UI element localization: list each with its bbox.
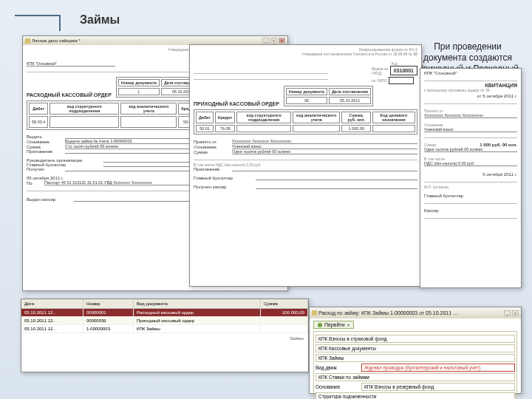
org-name: КПК "Основной" [27, 61, 115, 66]
close-button[interactable]: × [279, 38, 285, 44]
kvit-osn-val: Членский взнос [424, 127, 517, 132]
col-doc-number: Номер документа [286, 88, 327, 95]
journal-window: Дата Номер Вид документа Сумма 05.10.201… [21, 299, 309, 372]
lbl-okpo: по ОКПО [372, 78, 387, 83]
navigate-label: Перейти [324, 322, 345, 327]
kvit-from-val: Ххххххххх Хххххххх Хххххххххх [424, 113, 517, 118]
journal-row[interactable]: 05.10.2011 12… 00000001 Расходный кассов… [21, 309, 308, 317]
col-analytic: код аналитического учета [120, 103, 177, 115]
col-debit: Дебет [29, 103, 48, 115]
col-doc-date: Дата составления [329, 88, 371, 95]
val-doc-date: 05.10.2011 [329, 97, 371, 104]
decor-line [15, 15, 59, 16]
lbl-poluchil: Получил [27, 167, 62, 171]
col-sum[interactable]: Сумма [261, 299, 308, 308]
dialog-title: Расход по займу: КПК Займы 1-00000003 от… [318, 310, 502, 316]
window-title: Личное дело пайщика * [32, 38, 261, 43]
lbl-vydal: Выдал кассир [27, 197, 71, 202]
val-prinyato: Ххххххххх Хххххххх Хххххххххх [232, 139, 417, 144]
col-date[interactable]: Дата [21, 299, 83, 308]
lbl-po: По [27, 181, 41, 185]
maximize-button[interactable]: □ [512, 310, 519, 316]
val-doc-number: 1 [118, 88, 160, 95]
col-type[interactable]: Вид документа [134, 299, 261, 308]
dropdown-option-highlight[interactable]: Журнал проводок (бухгалтерский и налогов… [361, 364, 515, 372]
maximize-button[interactable]: □ [270, 38, 277, 44]
dropdown-option[interactable]: КПК Займы [316, 354, 515, 362]
val-osnovanie: Членский взнос [232, 144, 417, 149]
window-icon [312, 310, 317, 316]
lbl-vid: Вид движ [316, 365, 358, 370]
arrow-icon [318, 323, 322, 327]
val-okud: 0310001 [390, 66, 417, 75]
lbl-prilozhenie: Приложение [194, 167, 229, 171]
dropdown-option[interactable]: КПК Взносы в страховой фонд [316, 335, 515, 343]
col-purpose: Код целевого назначения [372, 112, 415, 123]
lbl-osnovanie: Основание [194, 145, 229, 149]
journal-header: Дата Номер Вид документа Сумма [21, 299, 308, 309]
lbl-okud: Форма по ОКУД [372, 66, 389, 75]
doc-heading: ПРИХОДНЫЙ КАССОВЫЙ ОРДЕР [194, 101, 279, 106]
col-sum: Сумма, руб. коп. [341, 112, 371, 123]
doc-income-order: Унифицированная форма № КО-2 Утверждена … [189, 44, 422, 287]
decor-line [59, 15, 61, 31]
navigate-button[interactable]: Перейти ▾ [313, 321, 354, 329]
lbl-summa: Сумма [194, 150, 229, 154]
chevron-down-icon: ▾ [347, 322, 349, 327]
journal-footer: Займы [21, 333, 308, 344]
page-header: Займы [0, 0, 532, 31]
dialog-navigate: Расход по займу: КПК Займы 1-00000003 от… [309, 307, 522, 394]
kvit-mp: М.П. (штампа) [424, 185, 517, 189]
dropdown-option[interactable]: КПК Взносы в резервный фонд [361, 383, 515, 391]
lbl-poluchil: Получил кассир [194, 185, 253, 189]
window-icon [25, 38, 30, 44]
col-debit: Дебет [196, 112, 214, 123]
col-orgcode: код структурного подразделения [50, 103, 119, 115]
minimize-button[interactable]: _ [262, 38, 269, 44]
lbl-osnovanie: Основание [27, 140, 62, 144]
minimize-button[interactable]: _ [504, 310, 511, 316]
val-debit: 50.01 [196, 125, 214, 132]
doc-receipt: КПК "Основной" КВИТАНЦИЯ к приходному ка… [420, 68, 522, 288]
col-num[interactable]: Номер [83, 299, 134, 308]
kvit-title: КВИТАНЦИЯ [424, 83, 517, 88]
col-credit: Кредит [215, 112, 235, 123]
val-credit: 76.08 [215, 125, 235, 132]
form-subtitle2: Утверждена постановлением Госкомстата Ро… [194, 52, 417, 56]
journal-row[interactable]: 05.10.2011 12… 00000036 Приходный кассов… [21, 317, 308, 325]
dropdown-option[interactable]: КПК Кассовые документы [316, 344, 515, 352]
val-debit: 58.03.4 [29, 116, 48, 128]
kvit-nds: НДС (без налога) 0,00 руб [424, 161, 517, 166]
lbl-prinyato: Принято от [194, 140, 229, 144]
dropdown-option[interactable]: КПК Ставки по займам [316, 373, 515, 381]
lbl-vydat: Выдать [27, 134, 62, 139]
lbl-glavbuh: Главный бухгалтер [194, 176, 253, 180]
journal-row[interactable]: 05.10.2011 12… 1-00000003 КПК Займы [21, 325, 308, 333]
col-orgcode: код структурного подразделения [236, 112, 291, 123]
dropdown-option[interactable]: Структура подчиненности [316, 392, 515, 399]
kvit-subtitle: к приходному кассовому ордеру № 36 [424, 88, 517, 92]
col-analytic: код аналитического учета [293, 112, 340, 123]
lbl-prilozhenie: Приложение [27, 149, 62, 154]
col-doc-number: Номер документа [118, 79, 160, 86]
lbl-osn: Основание [316, 384, 358, 389]
val-summa: Одна тысяча рублей 00 копеек [232, 149, 417, 154]
doc-heading: РАСХОДНЫЙ КАССОВЫЙ ОРДЕР [27, 92, 112, 98]
kvit-sum-words: Одна тысяча рублей 00 копеек [424, 147, 517, 152]
kvit-sum-val: 1 000 руб. 00 коп. [480, 143, 517, 147]
page-title: Займы [80, 13, 120, 27]
val-sum: 1 000,00 [341, 125, 371, 132]
val-doc-number: 36 [286, 97, 327, 104]
